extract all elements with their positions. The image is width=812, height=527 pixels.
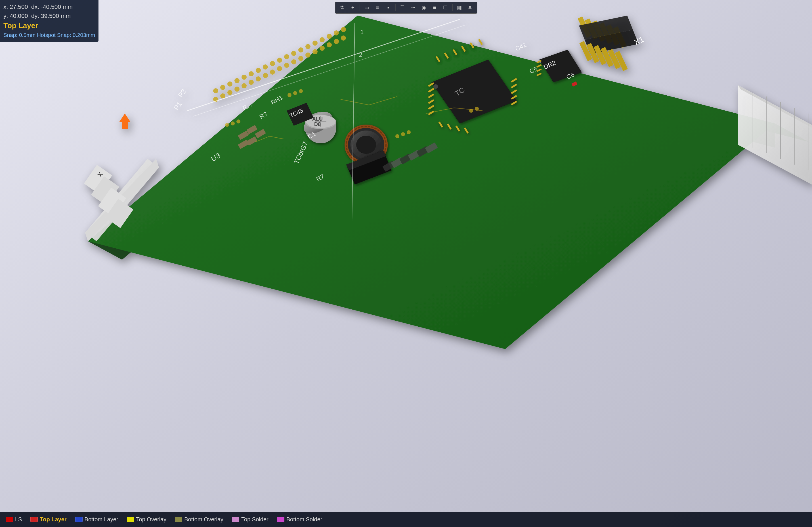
legend-top-solder[interactable]: Top Solder: [232, 516, 269, 523]
legend-ls: LS: [6, 516, 22, 523]
top-overlay-label: Top Overlay: [136, 516, 166, 523]
svg-point-50: [327, 34, 332, 39]
bottom-layer-color-swatch: [75, 517, 83, 522]
toolbar-divider-2: [395, 4, 395, 11]
svg-point-49: [320, 37, 325, 42]
svg-point-68: [320, 46, 325, 51]
svg-point-56: [234, 87, 240, 92]
svg-text:ALU: ALU: [312, 116, 323, 122]
svg-point-55: [227, 90, 232, 95]
svg-point-61: [270, 70, 275, 75]
legend-bottom-overlay[interactable]: Bottom Overlay: [175, 516, 223, 523]
canvas-area[interactable]: X X1: [0, 0, 812, 527]
legend-bottom-solder[interactable]: Bottom Solder: [277, 516, 322, 523]
svg-point-150: [407, 130, 411, 134]
svg-point-148: [395, 134, 399, 138]
svg-point-144: [236, 119, 241, 123]
svg-text:D8: D8: [314, 121, 321, 127]
top-solder-label: Top Solder: [241, 516, 269, 523]
svg-text:2: 2: [359, 52, 362, 58]
svg-point-48: [313, 41, 318, 46]
svg-point-35: [220, 85, 226, 90]
select-rect-button[interactable]: ▭: [362, 3, 371, 12]
bottom-overlay-color-swatch: [175, 517, 182, 522]
top-overlay-color-swatch: [127, 517, 134, 522]
keepout-button[interactable]: ☐: [441, 3, 450, 12]
svg-point-37: [234, 78, 240, 83]
top-solder-color-swatch: [232, 517, 239, 522]
bottom-solder-color-swatch: [277, 517, 285, 522]
legend-top-overlay[interactable]: Top Overlay: [127, 516, 166, 523]
route-button[interactable]: ⌒: [397, 3, 407, 12]
top-layer-label: Top Layer: [40, 516, 67, 523]
svg-point-70: [334, 39, 339, 44]
svg-point-143: [231, 121, 235, 126]
svg-point-115: [356, 136, 376, 154]
svg-point-69: [327, 42, 332, 47]
svg-point-45: [291, 51, 296, 56]
svg-point-64: [291, 59, 296, 64]
svg-point-60: [263, 73, 268, 78]
copper-button[interactable]: ■: [430, 3, 439, 12]
svg-point-62: [277, 66, 282, 71]
ls-color-swatch: [6, 517, 13, 522]
svg-point-142: [225, 123, 229, 127]
svg-text:1: 1: [360, 29, 364, 35]
bottom-overlay-label: Bottom Overlay: [184, 516, 223, 523]
bottom-layer-label: Bottom Layer: [85, 516, 118, 523]
yx-coords: y: 40.000 dy: 39.500 mm: [3, 11, 95, 20]
toolbar-divider-1: [360, 4, 360, 11]
legend-bar: LS Top Layer Bottom Layer Top Overlay Bo…: [0, 512, 812, 527]
top-layer-color-swatch: [30, 517, 38, 522]
chart-button[interactable]: ≡: [373, 3, 382, 12]
svg-point-46: [298, 47, 303, 53]
svg-point-66: [305, 53, 310, 58]
svg-point-146: [293, 91, 297, 95]
svg-point-42: [270, 61, 275, 66]
svg-point-145: [288, 93, 291, 97]
svg-point-59: [256, 76, 261, 82]
svg-point-39: [249, 71, 254, 76]
svg-point-44: [284, 54, 289, 59]
svg-point-67: [313, 49, 318, 54]
svg-point-57: [242, 83, 247, 88]
filter-button[interactable]: ⚗: [337, 3, 347, 12]
svg-point-43: [277, 58, 282, 63]
svg-point-63: [284, 63, 289, 68]
svg-point-58: [249, 80, 254, 85]
svg-point-149: [401, 132, 405, 136]
chart2-button[interactable]: ▦: [455, 3, 464, 12]
text-button[interactable]: A: [465, 3, 475, 12]
layer-name: Top Layer: [3, 20, 95, 31]
svg-point-47: [305, 44, 310, 49]
svg-point-96: [433, 84, 438, 89]
toolbar-divider-3: [452, 4, 452, 11]
svg-point-54: [220, 93, 226, 99]
wave-button[interactable]: 〜: [408, 3, 418, 12]
legend-top-layer[interactable]: Top Layer: [30, 516, 67, 523]
svg-point-34: [213, 88, 218, 93]
svg-point-71: [341, 35, 346, 41]
svg-point-41: [263, 64, 268, 70]
snap-info: Snap: 0.5mm Hotspot Snap: 0.203mm: [3, 31, 95, 40]
svg-point-65: [298, 56, 303, 61]
svg-point-51: [334, 30, 339, 35]
add-button[interactable]: +: [348, 3, 357, 12]
pad-button[interactable]: ◉: [419, 3, 428, 12]
svg-point-38: [242, 75, 247, 80]
svg-point-147: [299, 89, 303, 93]
legend-bottom-layer[interactable]: Bottom Layer: [75, 516, 118, 523]
toolbar: ⚗ + ▭ ≡ ▪ ⌒ 〜 ◉ ■ ☐ ▦ A: [335, 2, 477, 14]
svg-point-36: [227, 82, 232, 87]
ls-label: LS: [15, 516, 22, 523]
bottom-solder-label: Bottom Solder: [286, 516, 322, 523]
info-overlay: x: 27.500 dx: -40.500 mm y: 40.000 dy: 3…: [0, 0, 99, 42]
svg-point-52: [341, 27, 346, 32]
xy-coords: x: 27.500 dx: -40.500 mm: [3, 2, 95, 11]
pcb-viewport: X X1: [0, 0, 812, 527]
svg-point-40: [256, 68, 261, 73]
shape-button[interactable]: ▪: [384, 3, 393, 12]
